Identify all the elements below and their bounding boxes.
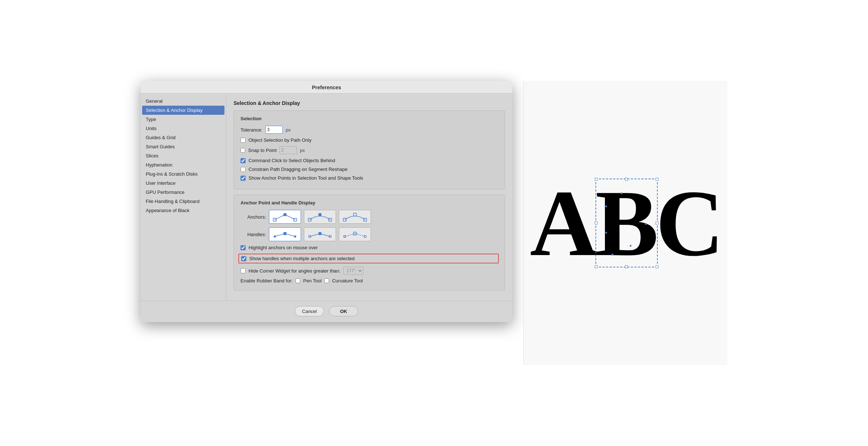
obj-sel-path-checkbox[interactable] — [241, 138, 246, 143]
sidebar-item-type[interactable]: Type — [141, 115, 226, 124]
curvature-tool-label[interactable]: Curvature Tool — [332, 278, 363, 283]
handle-option-2[interactable] — [304, 227, 336, 241]
sidebar-item-hyphenation[interactable]: Hyphenation — [141, 160, 226, 169]
corner-widget-checkbox[interactable] — [241, 268, 246, 273]
dialog-titlebar: Preferences — [141, 81, 512, 94]
svg-rect-18 — [318, 232, 321, 235]
handles-label: Handles: — [241, 232, 266, 237]
sidebar-item-file-handling[interactable]: File Handling & Clipboard — [141, 197, 226, 206]
preview-c: C — [656, 176, 721, 270]
svg-point-14 — [274, 235, 276, 238]
sidebar-item-slices[interactable]: Slices — [141, 151, 226, 160]
constrain-path-checkbox[interactable] — [241, 167, 246, 172]
handle-icon-3 — [341, 228, 369, 240]
cancel-button[interactable]: Cancel — [295, 306, 324, 316]
tolerance-label: Tolerance: — [241, 127, 262, 133]
preview-area: A B — [523, 81, 727, 365]
dialog-body: General Selection & Anchor Display Type … — [141, 94, 512, 301]
anchor-icon-2 — [306, 211, 334, 223]
highlight-anchors-checkbox[interactable] — [241, 245, 246, 250]
handle-option-1[interactable] — [269, 227, 301, 241]
pen-tool-checkbox[interactable] — [296, 278, 300, 283]
anchor-option-3[interactable] — [339, 210, 371, 224]
sidebar-item-units[interactable]: Units — [141, 124, 226, 133]
snap-to-point-input[interactable] — [279, 146, 297, 154]
handle-option-3[interactable] — [339, 227, 371, 241]
curvature-tool-checkbox[interactable] — [324, 278, 329, 283]
handles-row: Handles: — [241, 227, 498, 241]
snap-to-point-label[interactable]: Snap to Point — [248, 148, 277, 153]
tolerance-input[interactable] — [265, 126, 283, 134]
show-handles-label[interactable]: Show handles when multiple anchors are s… — [249, 256, 355, 261]
show-anchor-label[interactable]: Show Anchor Points in Selection Tool and… — [249, 175, 363, 181]
rubber-band-row: Enable Rubber Band for: Pen Tool Curvatu… — [241, 278, 498, 283]
sidebar-item-selection-anchor[interactable]: Selection & Anchor Display — [142, 106, 224, 115]
snap-to-point-unit: px — [300, 148, 305, 153]
svg-line-17 — [320, 234, 330, 236]
sidebar-item-general[interactable]: General — [141, 97, 226, 106]
corner-widget-row: Hide Corner Widget for angles greater th… — [241, 267, 498, 275]
sidebar-item-smart-guides[interactable]: Smart Guides — [141, 142, 226, 151]
corner-widget-dropdown[interactable]: 177° — [343, 267, 363, 275]
corner-widget-label[interactable]: Hide Corner Widget for angles greater th… — [249, 268, 340, 274]
snap-to-point-row: Snap to Point px — [241, 146, 498, 154]
sidebar-item-plugins[interactable]: Plug-ins & Scratch Disks — [141, 169, 226, 179]
anchor-option-1[interactable] — [269, 210, 301, 224]
preview-b-wrapper: B — [595, 176, 656, 270]
sidebar: General Selection & Anchor Display Type … — [141, 94, 226, 301]
svg-line-11 — [275, 234, 285, 236]
anchor-panel: Anchor Point and Handle Display Anchors: — [234, 195, 505, 290]
handle-icon-2 — [306, 228, 334, 240]
show-handles-checkbox[interactable] — [241, 256, 246, 261]
rubber-band-label: Enable Rubber Band for: — [241, 278, 293, 283]
sidebar-item-guides-grid[interactable]: Guides & Grid — [141, 133, 226, 142]
svg-rect-13 — [284, 232, 286, 235]
preview-b: B — [595, 171, 656, 275]
svg-line-12 — [285, 234, 295, 236]
anchors-row: Anchors: — [241, 210, 498, 224]
preview-a: A — [530, 176, 595, 270]
page-wrapper: Preferences General Selection & Anchor D… — [0, 0, 868, 446]
show-handles-row: Show handles when multiple anchors are s… — [238, 254, 499, 263]
main-content: Selection & Anchor Display Selection Tol… — [226, 94, 512, 301]
show-anchor-row: Show Anchor Points in Selection Tool and… — [241, 175, 498, 181]
svg-rect-8 — [353, 213, 356, 216]
highlight-anchors-row: Highlight anchors on mouse over — [241, 245, 498, 250]
pen-tool-label[interactable]: Pen Tool — [303, 278, 321, 283]
selection-panel: Selection Tolerance: px Object Selection… — [234, 110, 505, 189]
svg-rect-5 — [318, 213, 321, 216]
obj-sel-path-label[interactable]: Object Selection by Path Only — [249, 137, 312, 143]
constrain-path-label[interactable]: Constrain Path Dragging on Segment Resha… — [249, 167, 348, 172]
cmd-click-label[interactable]: Command Click to Select Objects Behind — [249, 158, 335, 163]
sidebar-item-gpu[interactable]: GPU Performance — [141, 188, 226, 197]
sidebar-item-appearance-black[interactable]: Appearance of Black — [141, 206, 226, 215]
ok-button[interactable]: OK — [329, 306, 358, 316]
anchor-icon-1 — [271, 211, 299, 223]
obj-sel-path-row: Object Selection by Path Only — [241, 137, 498, 143]
anchor-icon-3 — [341, 211, 369, 223]
cmd-click-checkbox[interactable] — [241, 158, 246, 163]
anchors-label: Anchors: — [241, 214, 266, 220]
dialog-footer: Cancel OK — [141, 301, 512, 322]
tolerance-unit: px — [286, 127, 291, 133]
svg-line-16 — [310, 234, 320, 236]
cmd-click-row: Command Click to Select Objects Behind — [241, 158, 498, 163]
snap-to-point-checkbox[interactable] — [241, 148, 245, 153]
tolerance-row: Tolerance: px — [241, 126, 498, 134]
dialog-title: Preferences — [312, 85, 341, 90]
dialog-overlay: Preferences General Selection & Anchor D… — [141, 81, 727, 365]
section-title: Selection & Anchor Display — [234, 100, 505, 106]
svg-rect-2 — [284, 213, 286, 216]
sidebar-item-user-interface[interactable]: User Interface — [141, 179, 226, 188]
handle-icon-1 — [271, 228, 299, 240]
svg-point-15 — [294, 235, 296, 238]
show-anchor-checkbox[interactable] — [241, 176, 246, 181]
preferences-dialog: Preferences General Selection & Anchor D… — [141, 81, 512, 322]
anchor-option-2[interactable] — [304, 210, 336, 224]
selection-panel-title: Selection — [241, 116, 498, 121]
anchor-panel-title: Anchor Point and Handle Display — [241, 200, 498, 206]
constrain-path-row: Constrain Path Dragging on Segment Resha… — [241, 167, 498, 172]
highlight-anchors-label[interactable]: Highlight anchors on mouse over — [249, 245, 318, 250]
